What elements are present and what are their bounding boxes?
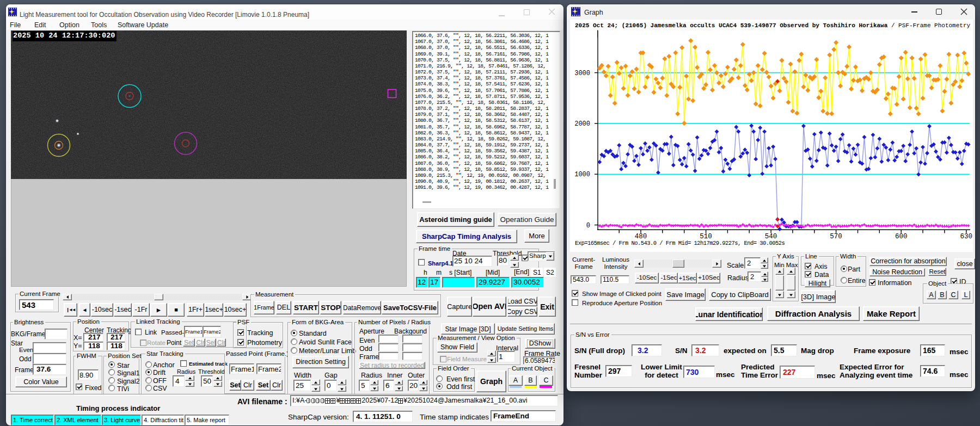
svg-text:600: 600 xyxy=(895,233,908,240)
svg-text:630: 630 xyxy=(960,233,973,240)
svg-text:1000: 1000 xyxy=(574,171,590,178)
svg-text:540: 540 xyxy=(765,233,777,240)
svg-text:570: 570 xyxy=(830,233,842,240)
svg-text:510: 510 xyxy=(700,233,712,240)
svg-text:2000: 2000 xyxy=(574,120,590,128)
svg-text:0: 0 xyxy=(586,222,590,230)
svg-text:3000: 3000 xyxy=(574,70,590,77)
svg-text:480: 480 xyxy=(635,233,647,240)
